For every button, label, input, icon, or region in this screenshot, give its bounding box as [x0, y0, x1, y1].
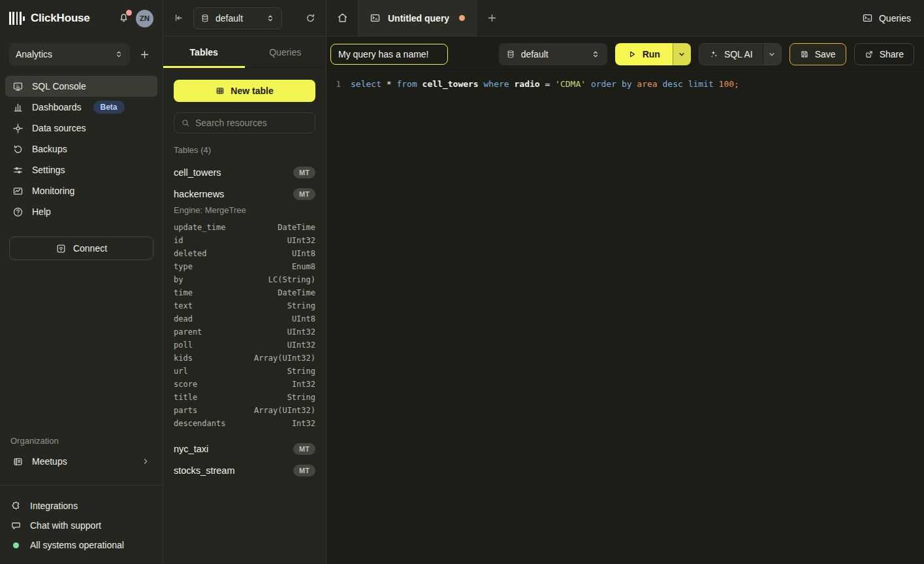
column-name: descendants [174, 417, 225, 430]
search-resources-input[interactable] [195, 118, 308, 128]
sidebar-item-label: SQL Console [32, 81, 86, 91]
column-type: Enum8 [292, 260, 315, 273]
sql-ai-button-label: SQL AI [724, 49, 753, 59]
chat-icon [10, 520, 22, 531]
column-type: UInt32 [287, 339, 315, 352]
queries-button[interactable]: Queries [849, 0, 924, 36]
footer-item-label: Integrations [30, 501, 78, 511]
tables-list: cell_towersMThackernewsMTEngine: MergeTr… [174, 161, 315, 481]
column-name: parent [174, 325, 202, 339]
add-workspace-button[interactable] [135, 45, 153, 63]
sidebar-item-help[interactable]: Help [5, 201, 157, 222]
collapse-panel-button[interactable] [173, 12, 184, 24]
sql-token: * [387, 79, 392, 89]
column-row: typeEnum8 [174, 260, 315, 273]
sidebar-item-settings[interactable]: Settings [5, 159, 157, 180]
sidebar-item-label: Backups [32, 144, 67, 154]
sidebar-item-label: Monitoring [32, 186, 74, 196]
code-line: 1 select * from cell_towers where radio … [327, 78, 924, 91]
workspace-selector[interactable]: Analytics [9, 43, 130, 65]
column-type: DateTime [278, 286, 315, 299]
footer-item-label: Chat with support [30, 520, 101, 531]
collapse-left-icon [173, 12, 184, 24]
column-row: parentUInt32 [174, 325, 315, 339]
sidebar-item-monitoring[interactable]: Monitoring [5, 180, 157, 201]
search-resources-box [174, 112, 315, 133]
sql-token [586, 79, 591, 89]
dashboards-icon [12, 102, 24, 113]
explorer-database-selector[interactable]: default [193, 7, 282, 29]
query-tab[interactable]: Untitled query [358, 0, 477, 36]
tab-tables[interactable]: Tables [163, 37, 245, 67]
new-table-button[interactable]: New table [174, 80, 315, 102]
new-query-tab-button[interactable] [477, 0, 507, 36]
connect-button[interactable]: Connect [9, 237, 153, 260]
chevron-updown-icon [114, 50, 123, 59]
column-row: kidsArray(UInt32) [174, 352, 315, 365]
sql-token: by [622, 79, 632, 89]
query-name-input[interactable] [330, 44, 448, 65]
queries-button-label: Queries [879, 13, 911, 24]
data-sources-icon [12, 123, 24, 134]
sql-token: area [637, 79, 657, 89]
column-row: descendantsInt32 [174, 417, 315, 430]
sidebar-footer: IntegrationsChat with supportAll systems… [0, 486, 163, 564]
share-button-label: Share [880, 49, 904, 59]
column-row: timeDateTime [174, 286, 315, 299]
footer-item-integrations[interactable]: Integrations [10, 496, 152, 516]
meetups-icon [12, 456, 24, 467]
column-type: DateTime [278, 221, 315, 234]
sql-ai-button-group: SQL AI [699, 43, 782, 65]
column-type: Int32 [292, 378, 315, 391]
sql-token [683, 79, 688, 89]
chevron-right-icon [141, 457, 150, 466]
engine-badge: MT [293, 167, 315, 178]
table-row-stocks-stream[interactable]: stocks_streamMT [174, 459, 315, 481]
column-type: Int32 [292, 417, 315, 430]
footer-item-all-systems-operational[interactable]: All systems operational [10, 535, 152, 555]
run-options-button[interactable] [673, 43, 691, 65]
tables-section: Tables (4) cell_towersMThackernewsMTEngi… [163, 133, 326, 488]
avatar[interactable]: ZN [136, 10, 153, 27]
table-row-cell-towers[interactable]: cell_towersMT [174, 161, 315, 183]
refresh-button[interactable] [305, 12, 316, 24]
column-name: update_time [174, 221, 225, 234]
explorer-panel: default Tables Queries New table [163, 0, 327, 564]
column-row: urlString [174, 365, 315, 378]
home-button[interactable] [327, 0, 358, 36]
toolbar-database-selector[interactable]: default [499, 43, 607, 65]
column-name: type [174, 260, 193, 273]
column-row: idUInt32 [174, 234, 315, 247]
column-type: UInt32 [287, 325, 315, 339]
share-button[interactable]: Share [854, 43, 914, 65]
sql-token [417, 79, 422, 89]
org-item-meetups[interactable]: Meetups [5, 451, 157, 472]
notification-dot [126, 10, 132, 16]
table-row-hackernews[interactable]: hackernewsMT [174, 183, 315, 205]
connect-button-label: Connect [73, 243, 107, 254]
sql-token: 'CDMA' [555, 79, 586, 89]
column-type: String [287, 365, 315, 378]
sidebar-item-sql-console[interactable]: SQL Console [5, 76, 157, 97]
run-button[interactable]: Run [615, 43, 673, 65]
sidebar-item-data-sources[interactable]: Data sources [5, 118, 157, 139]
save-button[interactable]: Save [789, 43, 846, 65]
notifications-button[interactable] [118, 12, 129, 25]
table-engine: Engine: MergeTree [174, 205, 315, 215]
sidebar-item-dashboards[interactable]: DashboardsBeta [5, 97, 157, 118]
tab-queries[interactable]: Queries [245, 37, 327, 67]
column-type: LC(String) [268, 273, 315, 286]
table-name: stocks_stream [174, 465, 234, 476]
sql-ai-button[interactable]: SQL AI [699, 44, 763, 65]
sql-ai-options-button[interactable] [763, 44, 781, 65]
sql-token [658, 79, 663, 89]
tables-section-label: Tables (4) [174, 145, 315, 155]
line-number: 1 [327, 78, 341, 91]
sidebar-item-backups[interactable]: Backups [5, 139, 157, 159]
save-icon [800, 50, 809, 59]
column-row: deletedUInt8 [174, 247, 315, 260]
sql-editor[interactable]: 1 select * from cell_towers where radio … [327, 72, 924, 564]
sql-token: radio [514, 79, 539, 89]
footer-item-chat-with-support[interactable]: Chat with support [10, 516, 152, 535]
table-row-nyc-taxi[interactable]: nyc_taxiMT [174, 438, 315, 459]
